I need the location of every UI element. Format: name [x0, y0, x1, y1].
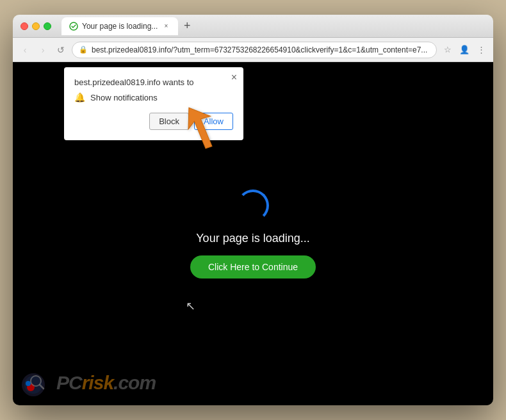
pcrisk-logo — [19, 367, 51, 399]
popup-close-button[interactable]: × — [231, 72, 237, 83]
pc-text: PC — [56, 372, 82, 393]
notification-popup: × best.prizedeal0819.info wants to 🔔 Sho… — [64, 67, 243, 140]
loading-spinner — [237, 190, 269, 222]
url-bar[interactable]: 🔒 best.prizedeal0819.info/?utm_term=6732… — [72, 42, 437, 58]
traffic-lights — [20, 22, 51, 30]
pcrisk-text: PCrisk.com — [56, 372, 156, 394]
reload-button[interactable]: ↺ — [54, 43, 68, 57]
menu-button[interactable]: ⋮ — [474, 43, 488, 57]
risk-text: risk — [82, 372, 113, 393]
address-bar: ‹ › ↺ 🔒 best.prizedeal0819.info/?utm_ter… — [13, 38, 493, 62]
forward-button[interactable]: › — [36, 43, 50, 57]
domain-text: .com — [113, 372, 156, 393]
allow-button[interactable]: Allow — [194, 113, 233, 130]
block-button[interactable]: Block — [149, 113, 189, 130]
tab-area: Your page is loading... × + — [61, 17, 486, 35]
title-bar: Your page is loading... × + — [13, 15, 493, 38]
popup-notification-text: Show notifications — [90, 93, 158, 102]
active-tab[interactable]: Your page is loading... × — [61, 17, 178, 35]
popup-domain: best.prizedeal0819.info wants to — [74, 77, 233, 87]
tab-favicon — [69, 22, 78, 31]
page-loading-text: Your page is loading... — [196, 232, 309, 245]
bookmark-button[interactable]: ☆ — [441, 43, 455, 57]
browser-content: Your page is loading... Click Here to Co… — [13, 62, 493, 405]
pcrisk-watermark: PCrisk.com — [19, 367, 156, 399]
tab-title: Your page is loading... — [82, 22, 158, 31]
popup-buttons: Block Allow — [74, 113, 233, 130]
continue-button[interactable]: Click Here to Continue — [190, 255, 316, 279]
svg-point-4 — [26, 381, 31, 386]
mac-window: Your page is loading... × + ‹ › ↺ 🔒 best… — [13, 15, 493, 405]
back-button[interactable]: ‹ — [18, 43, 32, 57]
url-text: best.prizedeal0819.info/?utm_term=673275… — [92, 45, 430, 54]
maximize-button[interactable] — [44, 22, 51, 30]
minimize-button[interactable] — [32, 22, 40, 30]
tab-close-button[interactable]: × — [161, 22, 170, 31]
new-tab-button[interactable]: + — [178, 17, 196, 35]
popup-notification-row: 🔔 Show notifications — [74, 92, 233, 102]
close-button[interactable] — [20, 22, 28, 30]
lock-icon: 🔒 — [79, 45, 88, 54]
address-actions: ☆ 👤 ⋮ — [441, 43, 488, 57]
account-button[interactable]: 👤 — [457, 43, 471, 57]
bell-icon: 🔔 — [74, 92, 85, 102]
